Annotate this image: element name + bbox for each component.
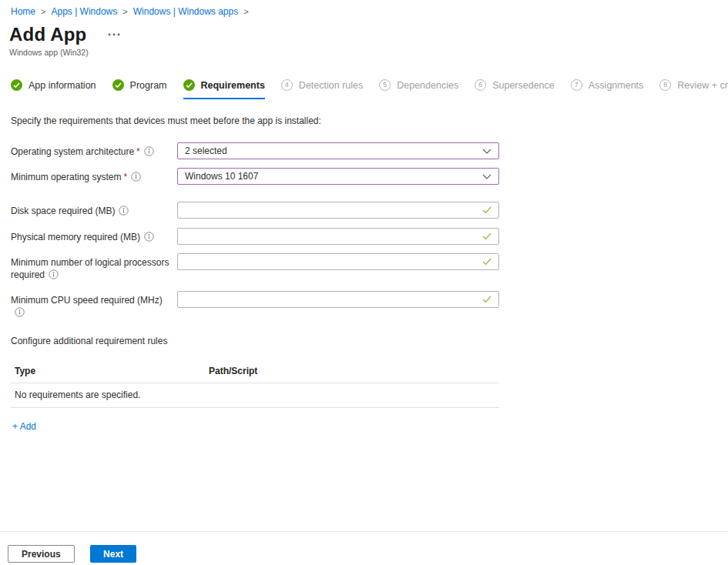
step-label: Supersedence [492,80,555,91]
step-detection-rules: 4 Detection rules [281,79,363,99]
step-label: Review + create [677,80,728,91]
step-program[interactable]: Program [112,79,167,99]
valid-check-icon [482,258,491,266]
os-architecture-dropdown[interactable]: 2 selected [177,142,499,159]
table-divider [11,407,499,408]
disk-space-input[interactable] [177,202,499,219]
table-header-row: Type Path/Script [11,366,499,383]
check-circle-icon [183,79,195,91]
field-row-minimum-os: Minimum operating system* Windows 10 160… [11,168,717,185]
page-subtitle: Windows app (Win32) [9,48,717,57]
field-label-text: Minimum number of logical processors req… [11,257,169,280]
step-number-icon: 6 [475,79,486,91]
field-label-text: Disk space required (MB) [11,206,115,216]
step-dependencies: 5 Dependencies [379,79,458,99]
check-circle-icon [112,79,124,91]
page-header: Add App Windows app (Win32) [9,24,717,57]
requirements-table: Type Path/Script No requirements are spe… [11,366,499,408]
field-label-text: Physical memory required (MB) [11,232,140,242]
add-app-page: Home>Apps | Windows>Windows | Windows ap… [0,0,728,432]
required-marker: * [123,172,127,182]
field-label-text: Operating system architecture [11,146,134,157]
breadcrumb-separator: > [41,7,45,16]
ellipsis-menu-icon[interactable] [105,30,123,39]
field-row-disk-space: Disk space required (MB) [11,202,717,219]
info-icon[interactable] [144,146,154,159]
required-marker: * [136,146,140,157]
field-label: Operating system architecture* [11,142,177,159]
dropdown-value: Windows 10 1607 [185,171,478,182]
wizard-steps: App information Program Requirements 4 D… [9,79,717,99]
breadcrumb-link-apps-windows[interactable]: Apps | Windows [51,6,117,17]
breadcrumb: Home>Apps | Windows>Windows | Windows ap… [9,6,717,17]
check-circle-icon [11,79,22,91]
step-number-icon: 8 [659,79,671,91]
chevron-down-icon [482,149,491,154]
info-icon[interactable] [144,232,154,245]
field-label: Disk space required (MB) [11,202,177,219]
step-label: Detection rules [299,80,363,91]
field-label: Minimum operating system* [11,168,177,185]
valid-check-icon [482,232,491,240]
form-instruction: Specify the requirements that devices mu… [11,115,717,126]
dropdown-value: 2 selected [185,145,478,156]
step-supersedence: 6 Supersedence [475,79,555,99]
additional-rules-label: Configure additional requirement rules [11,336,717,346]
info-icon[interactable] [49,269,59,282]
step-label: App information [29,80,96,91]
step-requirements[interactable]: Requirements [183,79,265,99]
cpu-speed-input[interactable] [177,291,499,308]
next-button[interactable]: Next [90,545,136,563]
table-empty-row: No requirements are specified. [11,383,499,407]
field-label: Physical memory required (MB) [11,228,177,245]
breadcrumb-link-windows-apps[interactable]: Windows | Windows apps [133,6,239,17]
field-row-physical-memory: Physical memory required (MB) [11,228,717,245]
footer-bar: Previous Next [0,531,728,565]
step-app-information[interactable]: App information [11,79,96,99]
requirements-form: Specify the requirements that devices mu… [9,115,717,432]
step-number-icon: 7 [571,79,582,91]
valid-check-icon [482,206,491,214]
field-label-text: Minimum operating system [11,172,121,182]
page-title: Add App [9,24,86,45]
field-row-logical-processors: Minimum number of logical processors req… [11,253,717,282]
info-icon[interactable] [119,206,129,219]
field-row-cpu-speed: Minimum CPU speed required (MHz) [11,291,717,320]
field-row-os-architecture: Operating system architecture* 2 selecte… [11,142,717,159]
step-label: Program [130,80,167,91]
breadcrumb-separator: > [243,7,248,16]
step-label: Requirements [201,80,265,91]
step-label: Dependencies [397,80,458,91]
step-label: Assignments [589,80,644,91]
step-number-icon: 5 [379,79,391,91]
logical-processors-input[interactable] [177,253,499,270]
column-header-path-script: Path/Script [209,366,257,376]
physical-memory-input[interactable] [177,228,499,245]
info-icon[interactable] [131,172,141,185]
field-label-text: Minimum CPU speed required (MHz) [11,295,163,306]
step-assignments: 7 Assignments [571,79,644,99]
breadcrumb-separator: > [122,7,127,16]
step-number-icon: 4 [281,79,293,91]
chevron-down-icon [482,174,491,179]
previous-button[interactable]: Previous [8,545,75,563]
add-requirement-link[interactable]: + Add [11,421,36,432]
info-icon[interactable] [15,307,25,320]
valid-check-icon [482,296,491,303]
column-header-type: Type [15,366,209,376]
field-label: Minimum CPU speed required (MHz) [11,291,177,320]
field-label: Minimum number of logical processors req… [11,253,177,282]
step-review-create: 8 Review + create [659,79,728,99]
minimum-os-dropdown[interactable]: Windows 10 1607 [177,168,499,185]
breadcrumb-link-home[interactable]: Home [11,6,35,17]
